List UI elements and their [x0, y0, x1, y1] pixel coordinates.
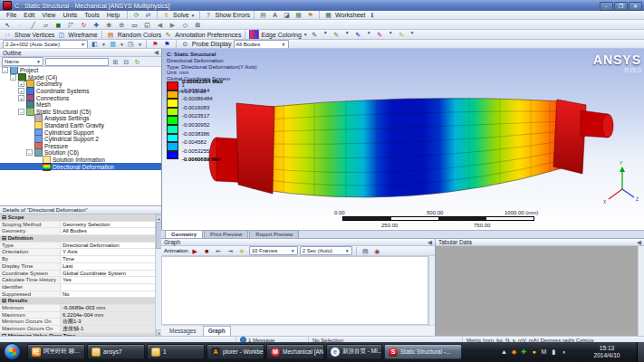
refresh-icon[interactable]: ⟳ — [131, 11, 141, 20]
tree-expander-icon[interactable]: − — [2, 67, 8, 73]
title-bar[interactable]: C : Static Structural - Mechanical [ANSY… — [0, 0, 644, 11]
thicken-pen-icon-caret[interactable]: ▼ — [367, 30, 371, 40]
wangwang-tray-icon[interactable]: ◆ — [510, 347, 518, 357]
zoom-out-icon[interactable]: ⊖ — [117, 20, 127, 30]
geometry-display-icon[interactable]: ◧ — [90, 40, 100, 49]
shell-pen-icon-caret[interactable]: ▼ — [389, 30, 393, 40]
tabular-scrollbar[interactable] — [638, 246, 644, 336]
tree-expander-icon[interactable]: − — [10, 74, 16, 81]
menu-units[interactable]: Units — [59, 12, 81, 18]
taskbar-button-4[interactable]: Aplorer - Workbe... — [207, 344, 264, 359]
edge-coloring-button[interactable]: Edge Coloring — [261, 32, 301, 38]
previous-frame-icon[interactable]: ⇤ — [214, 246, 224, 256]
taskbar-button-5[interactable]: MMechanical [AN... — [266, 344, 324, 359]
tree-item-directional-deformation[interactable]: Directional Deformation — [0, 163, 161, 170]
tree-item-geometry[interactable]: +Geometry — [0, 81, 161, 88]
beam-pen-icon[interactable]: ✎ — [397, 30, 407, 40]
minimize-button[interactable]: – — [600, 2, 613, 11]
export-video-icon[interactable]: ▤ — [360, 246, 370, 256]
graph-plot-area[interactable] — [161, 256, 428, 325]
panel-pin-icon[interactable]: ◀ — [637, 239, 641, 246]
extend-selection-icon[interactable]: ◸ — [66, 20, 76, 30]
edge-coloring-caret-icon[interactable]: ▼ — [303, 32, 308, 37]
contours-icon[interactable]: ▥ — [108, 40, 118, 49]
details-value[interactable]: 连接轴-1 — [61, 326, 155, 332]
update-result-icon[interactable]: ✳ — [237, 246, 247, 256]
menu-edit[interactable]: Edit — [20, 12, 38, 18]
wireframe-button[interactable]: Wireframe — [68, 32, 97, 38]
tree-item-analysis-settings[interactable]: Analysis Settings — [0, 115, 161, 122]
show-errors-button[interactable]: Show Errors — [216, 12, 251, 18]
details-value[interactable]: Yes — [61, 277, 155, 283]
edges-display-icon[interactable]: ◳ — [126, 40, 136, 49]
select-mode-icon[interactable]: ↖ — [3, 20, 13, 30]
details-value[interactable]: Directional Deformation — [61, 243, 155, 249]
tree-item-static-structural-c5-[interactable]: −Static Structural (C5) — [0, 109, 161, 116]
tree-item-coordinate-systems[interactable]: +Coordinate Systems — [0, 88, 161, 95]
edge-direction-pen-icon-caret[interactable]: ▼ — [323, 30, 328, 40]
tree-item-solution-c6-[interactable]: −Solution (C6) — [0, 149, 161, 157]
details-value[interactable]: Geometry Selection — [61, 222, 155, 228]
display-dropdown[interactable]: All Bodies ▼ — [234, 40, 289, 49]
max-probe-icon[interactable]: ⚑ — [150, 40, 160, 49]
tree-expander-icon[interactable]: + — [18, 88, 24, 94]
show-desktop-button[interactable] — [637, 342, 644, 362]
details-group-definition[interactable]: ⊟ Definition — [0, 235, 155, 243]
tree-item-pressure[interactable]: Pressure — [0, 143, 161, 150]
zoom-fit-icon[interactable]: ◱ — [142, 20, 152, 30]
snapshot-icon[interactable]: ◉ — [372, 246, 382, 256]
details-group-scope[interactable]: ⊟ Scope — [0, 214, 155, 222]
safety-tray-icon[interactable]: ✚ — [520, 347, 528, 357]
graphics-viewport[interactable]: Y X Z C: Static StructuralDirectional De… — [161, 49, 644, 230]
annotation-preferences-button[interactable]: Annotation Preferences — [175, 32, 241, 38]
solve-button[interactable]: Solve — [173, 12, 189, 18]
pan-icon[interactable]: ✚ — [91, 20, 101, 30]
tree-item-solution-information[interactable]: Solution Information — [0, 157, 161, 164]
tree-item-cylindrical-support-2[interactable]: Cylindrical Support 2 — [0, 136, 161, 143]
previous-view-icon[interactable]: ◀ — [155, 20, 165, 30]
panel-pin-icon[interactable]: ◀ — [428, 239, 432, 246]
random-colors-button[interactable]: Random Colors — [118, 32, 162, 38]
tag-icon[interactable]: ⚑ — [305, 11, 315, 20]
box-zoom-icon[interactable]: ▭ — [130, 20, 139, 30]
refresh-tree-icon[interactable]: ↻ — [132, 57, 142, 67]
update-tray-icon[interactable]: ● — [530, 347, 538, 357]
solve-caret-icon[interactable]: ▼ — [191, 13, 196, 18]
tree-expander-icon[interactable]: − — [18, 109, 24, 115]
taskbar-button-6[interactable]: e新浪首页 - Mi... — [326, 344, 382, 359]
clipboard-icon[interactable]: ▤ — [258, 11, 268, 20]
taskbar-button-2[interactable]: ansys7 — [87, 344, 145, 359]
sync-icon[interactable]: ⇄ — [143, 11, 153, 20]
frames-dropdown[interactable]: 10 Frames ▼ — [249, 246, 298, 255]
image-icon[interactable]: ▦ — [293, 11, 303, 20]
details-value[interactable]: Y Axis — [61, 249, 155, 255]
tree-expander-icon[interactable]: + — [18, 95, 24, 101]
triad[interactable]: Y X Z — [603, 160, 639, 205]
details-value[interactable]: 齿圈1-3 — [61, 319, 155, 325]
taskbar-button-1[interactable]: 旺阿里旺旺 聊... — [27, 344, 85, 359]
tree-item-standard-earth-gravity[interactable]: Standard Earth Gravity — [0, 122, 161, 129]
details-value[interactable]: Time — [61, 256, 155, 262]
details-value[interactable]: 6.2204e-004 mm — [61, 312, 155, 319]
collapse-all-icon[interactable]: ⊟ — [121, 57, 131, 67]
mesh-connection-pen-icon-caret[interactable]: ▼ — [345, 30, 350, 40]
maximize-button[interactable]: ❐ — [614, 2, 628, 11]
tab-graph[interactable]: Graph — [203, 326, 231, 336]
taskbar-button-3[interactable]: 1 — [147, 344, 205, 359]
menu-view[interactable]: View — [38, 12, 59, 18]
details-value[interactable]: Global Coordinate System — [61, 271, 155, 277]
tab-geometry[interactable]: Geometry — [165, 230, 203, 238]
details-value[interactable] — [61, 284, 155, 291]
chart-icon[interactable]: ◪ — [282, 11, 292, 20]
tab-print-preview[interactable]: Print Preview — [204, 230, 248, 238]
edges-caret-icon[interactable]: ▼ — [138, 42, 142, 47]
beam-pen-icon-caret[interactable]: ▼ — [410, 30, 415, 40]
stop-icon[interactable]: ■ — [202, 246, 212, 256]
network-tray-icon[interactable]: ▮ — [550, 347, 558, 357]
volume-tray-icon[interactable]: ◖ — [560, 347, 568, 357]
duration-dropdown[interactable]: 2 Sec (Auto) ▼ — [300, 246, 352, 255]
play-icon[interactable]: ▶ — [190, 246, 200, 256]
details-value[interactable]: No — [61, 291, 155, 298]
min-probe-icon[interactable]: ⚑ — [162, 40, 172, 49]
details-value[interactable]: Last — [61, 263, 155, 270]
